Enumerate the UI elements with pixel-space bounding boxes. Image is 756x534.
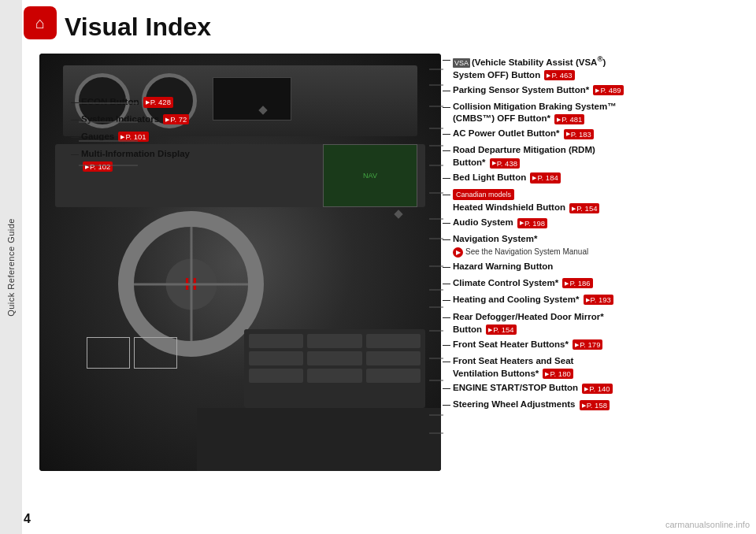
page-ref-badge: P. 158 <box>580 400 610 410</box>
page-ref-badge: P. 193 <box>584 295 613 305</box>
list-item: Steering Wheel Adjustments P. 158 <box>443 399 750 413</box>
list-item: Navigation System* ▶See the Navigation S… <box>443 233 750 258</box>
tick-line <box>443 150 450 151</box>
page-ref-badge: P. 463 <box>544 70 574 80</box>
page-title: Visual Index <box>65 13 211 42</box>
tick-line <box>443 388 450 389</box>
page-ref-badge: P. 102 <box>83 161 113 172</box>
page-ref-badge: P. 428 <box>143 97 173 107</box>
tick-line <box>443 60 450 61</box>
label-content: Parking Sensor System Button* P. 489 <box>450 84 624 97</box>
page-ref-badge: P. 154 <box>569 203 599 213</box>
left-labels-container: ECON Button P. 428 System Indicators P. … <box>71 96 252 176</box>
label-content: Front Seat Heaters and SeatVentilation B… <box>450 355 573 380</box>
list-item: Rear Defogger/Heated Door Mirror*Button … <box>443 311 750 336</box>
page-ref-badge: P. 183 <box>564 129 594 139</box>
tick-line <box>443 195 450 195</box>
tick-line <box>71 154 79 155</box>
label-content: Collision Mitigation Braking System™(CMB… <box>450 101 617 126</box>
tick-line <box>443 362 450 362</box>
list-item: Front Seat Heaters and SeatVentilation B… <box>443 355 750 380</box>
page-ref-badge: P. 101 <box>118 132 148 142</box>
tick-line <box>443 405 450 406</box>
home-button[interactable]: ⌂ <box>24 6 57 39</box>
label-content: Canadian models Heated Windshield Button… <box>450 188 599 214</box>
label-content: Heating and Cooling System* P. 193 <box>450 294 613 306</box>
list-item: Canadian models Heated Windshield Button… <box>443 188 750 214</box>
list-item: Parking Sensor System Button* P. 489 <box>443 84 750 98</box>
list-item: Multi-Information Display P. 102 <box>71 148 252 173</box>
label-content: Audio System P. 198 <box>450 217 547 229</box>
label-content: Gauges P. 101 <box>79 131 149 143</box>
page-ref-badge: P. 72 <box>163 114 189 124</box>
list-item: ENGINE START/STOP Button P. 140 <box>443 382 750 396</box>
tick-line <box>443 267 450 268</box>
home-icon: ⌂ <box>35 14 45 32</box>
watermark: carmanualsonline.info <box>665 520 750 529</box>
page-ref-badge: P. 186 <box>562 278 592 288</box>
label-content: Bed Light Button P. 184 <box>450 172 561 184</box>
list-item: Hazard Warning Button <box>443 261 750 275</box>
label-content: Navigation System* ▶See the Navigation S… <box>450 233 588 258</box>
list-item: System Indicators P. 72 <box>71 113 252 126</box>
page-ref-badge: P. 481 <box>554 114 584 124</box>
tick-line <box>443 300 450 301</box>
list-item: VSA(Vehicle Stability Assist (VSA®)Syste… <box>443 54 750 82</box>
tick-line <box>443 107 450 108</box>
tick-line <box>443 178 450 179</box>
label-content: ECON Button P. 428 <box>79 96 173 109</box>
page-ref-badge: P. 198 <box>517 218 547 228</box>
list-item: Collision Mitigation Braking System™(CMB… <box>443 101 750 126</box>
label-content: Climate Control System* P. 186 <box>450 277 593 290</box>
tick-line <box>443 317 450 318</box>
label-content: VSA(Vehicle Stability Assist (VSA®)Syste… <box>450 54 606 82</box>
page: Quick Reference Guide ⌂ Visual Index NAV <box>0 0 756 534</box>
page-ref-badge: P. 180 <box>543 369 573 379</box>
list-item: Heating and Cooling System* P. 193 <box>443 294 750 308</box>
tick-line <box>71 137 79 138</box>
tick-line <box>443 284 450 284</box>
list-item: ECON Button P. 428 <box>71 96 252 109</box>
tick-line <box>443 223 450 224</box>
tick-line <box>71 120 79 121</box>
tick-line <box>443 134 450 135</box>
page-ref-badge: P. 438 <box>490 158 520 169</box>
label-content: AC Power Outlet Button* P. 183 <box>450 128 594 140</box>
label-content: System Indicators P. 72 <box>79 113 189 126</box>
list-item: Front Seat Heater Buttons* P. 179 <box>443 339 750 353</box>
tick-line <box>443 91 450 91</box>
tick-line <box>71 102 79 103</box>
sidebar: Quick Reference Guide <box>0 0 22 534</box>
right-labels-container: VSA(Vehicle Stability Assist (VSA®)Syste… <box>443 54 750 415</box>
sidebar-label: Quick Reference Guide <box>6 218 16 317</box>
label-content: Front Seat Heater Buttons* P. 179 <box>450 339 602 351</box>
page-number: 4 <box>24 512 31 526</box>
list-item: Climate Control System* P. 186 <box>443 277 750 291</box>
label-content: Multi-Information Display P. 102 <box>79 148 190 173</box>
label-content: ENGINE START/STOP Button P. 140 <box>450 382 613 395</box>
label-content: Hazard Warning Button <box>450 261 553 273</box>
list-item: Audio System P. 198 <box>443 217 750 231</box>
list-item: AC Power Outlet Button* P. 183 <box>443 128 750 142</box>
page-ref-badge: P. 489 <box>593 85 623 95</box>
list-item: Road Departure Mitigation (RDM)Button* P… <box>443 144 750 169</box>
label-content: Steering Wheel Adjustments P. 158 <box>450 399 610 411</box>
tick-line <box>443 239 450 240</box>
page-ref-badge: P. 154 <box>486 324 516 335</box>
label-content: Road Departure Mitigation (RDM)Button* P… <box>450 144 595 169</box>
list-item: Gauges P. 101 <box>71 131 252 143</box>
page-ref-badge: P. 184 <box>530 172 560 183</box>
tick-line <box>443 345 450 346</box>
page-ref-badge: P. 140 <box>582 384 612 394</box>
list-item: Bed Light Button P. 184 <box>443 172 750 186</box>
page-ref-badge: P. 179 <box>573 339 602 350</box>
label-content: Rear Defogger/Heated Door Mirror*Button … <box>450 311 604 336</box>
